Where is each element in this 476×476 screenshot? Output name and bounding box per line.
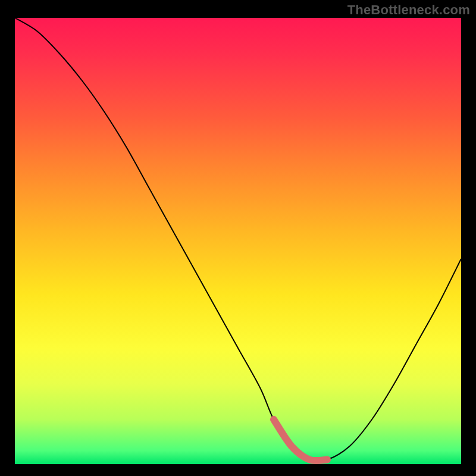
plot-area — [15, 18, 461, 464]
curve-overlay — [15, 18, 461, 464]
highlight-segment — [274, 419, 327, 461]
bottleneck-curve — [15, 18, 461, 461]
watermark-text: TheBottleneck.com — [347, 2, 470, 18]
chart-frame: TheBottleneck.com — [0, 0, 476, 476]
